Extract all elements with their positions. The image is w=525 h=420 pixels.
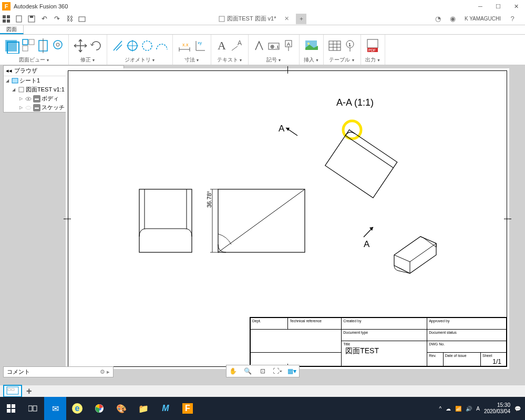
tab-close-button[interactable]: ✕ (281, 15, 292, 22)
svg-rect-13 (23, 46, 28, 51)
visibility-icon-off[interactable] (25, 104, 32, 111)
image-button[interactable] (304, 37, 318, 54)
window-maximize-button[interactable]: ☐ (489, 0, 507, 13)
data-panel-button[interactable] (0, 13, 13, 25)
window-minimize-button[interactable]: ─ (471, 0, 489, 13)
svg-point-17 (56, 43, 59, 46)
taskbar-app-explorer[interactable]: 📁 (132, 397, 155, 420)
svg-text:⊕: ⊕ (270, 44, 274, 49)
notifications-button[interactable]: ◉ (447, 13, 459, 25)
wifi-icon[interactable]: 📶 (455, 406, 461, 412)
tb-title-value: 図面TEST (343, 346, 379, 355)
save-button[interactable] (25, 13, 38, 25)
tray-expand-button[interactable]: ^ (439, 406, 442, 412)
leader-button[interactable]: A (230, 37, 244, 54)
browser-node-label: ボディ (42, 95, 59, 103)
centermark-button[interactable] (126, 37, 139, 54)
file-menu-button[interactable] (13, 13, 25, 25)
app-logo-icon: F (2, 2, 11, 11)
pan-button[interactable]: ✋ (228, 366, 239, 376)
taskbar-app-chrome[interactable] (88, 397, 110, 420)
svg-line-32 (232, 46, 238, 50)
svg-rect-73 (12, 404, 15, 408)
edge-ext-button[interactable] (141, 37, 153, 54)
section-arrow-icon (285, 126, 301, 138)
browser-node-label: シート1 (19, 77, 40, 85)
svg-rect-75 (12, 409, 15, 413)
zoom-button[interactable]: 🔍 (242, 366, 254, 376)
taskview-button[interactable] (22, 397, 44, 420)
folder-icon: ▬ (33, 95, 40, 103)
sheet-add-button[interactable]: + (26, 386, 32, 397)
cloud-icon[interactable]: ☁ (446, 406, 451, 412)
pdf-button[interactable]: PDF (366, 37, 379, 54)
balloon-button[interactable]: 1 (344, 37, 356, 54)
browser-node-label: スケッチ (42, 104, 65, 111)
browser-collapse-button[interactable]: ◂◂ (6, 67, 12, 74)
help-button[interactable]: ? (506, 13, 519, 25)
centerline-button[interactable] (111, 37, 124, 54)
move-button[interactable] (73, 37, 88, 54)
section-view-button[interactable] (37, 37, 49, 54)
detail-view-button[interactable] (52, 37, 64, 54)
user-name[interactable]: K YAMAGUCHI (461, 16, 504, 22)
fit-button[interactable]: ⛶▾ (272, 366, 283, 376)
surface-button[interactable] (253, 37, 265, 54)
base-view-button[interactable] (4, 37, 20, 54)
start-button[interactable] (0, 397, 22, 420)
section-mark-label: A (279, 124, 284, 134)
title-block: Dept. Technical reference Created by App… (250, 317, 507, 367)
tab-add-button[interactable]: ＋ (296, 14, 306, 24)
ribbon-group-label: テキスト (217, 56, 238, 64)
ime-indicator[interactable]: A (476, 406, 480, 412)
window-close-button[interactable]: ✕ (507, 0, 525, 13)
ribbon: 図面ビュー▼ 修正▼ ジオメトリ▼ x.x xy 寸法▼ A A テキスト▼ (0, 35, 525, 65)
comment-panel[interactable]: コメント ⚙ ▸ (3, 366, 114, 377)
table-button[interactable] (328, 37, 342, 54)
svg-text:xy: xy (198, 40, 202, 45)
taskbar-app-outlook[interactable]: ✉ (44, 397, 66, 420)
extensions-button[interactable]: ◔ (432, 13, 445, 25)
visibility-icon[interactable] (25, 95, 32, 103)
taskbar-app-ie[interactable]: e (66, 397, 88, 420)
tb-approved-label: Approved by (429, 319, 449, 323)
taskbar-app-fusion[interactable]: F (177, 397, 199, 420)
undo-button[interactable]: ↶ (38, 13, 50, 25)
ribbon-group-label: 寸法 (184, 56, 195, 64)
fcs-button[interactable]: ⊕.1 (267, 37, 280, 54)
display-button[interactable]: ▦▾ (286, 366, 298, 376)
svg-rect-52 (12, 78, 18, 83)
taskbar-app-sketch[interactable]: M (155, 397, 177, 420)
dimension-button[interactable]: x.x (177, 37, 192, 54)
projected-view-button[interactable] (22, 37, 35, 54)
comment-settings-button[interactable]: ⚙ ▸ (100, 368, 110, 375)
rotate-button[interactable] (90, 37, 102, 54)
link-button[interactable]: ⛓ (63, 13, 76, 25)
redo-button[interactable]: ↷ (50, 13, 63, 25)
volume-icon[interactable]: 🔊 (466, 406, 472, 412)
sheet-button[interactable] (76, 13, 88, 25)
sheet-tab-thumbnail[interactable] (3, 385, 22, 397)
notification-center-button[interactable]: 💬 (514, 406, 521, 412)
ribbon-group-label: 図面ビュー (19, 56, 45, 64)
workspace-tab-drawing[interactable]: 図面 (0, 25, 24, 34)
ordinate-button[interactable]: xy (194, 37, 207, 54)
svg-rect-7 (79, 17, 85, 22)
tb-docstatus-label: Document status (429, 331, 457, 334)
zoom-window-button[interactable]: ⊡ (257, 366, 269, 376)
sketch-button[interactable] (156, 37, 168, 54)
svg-rect-8 (219, 16, 224, 22)
drawing-canvas[interactable]: A-A (1:1) A A (66, 68, 509, 369)
browser-node-label: 図面TEST v1:1 (26, 86, 65, 94)
drawing-sheet: A-A (1:1) A A (68, 70, 507, 367)
taskbar-clock[interactable]: 15:30 2020/03/04 (484, 402, 510, 415)
taskbar-app-paint[interactable]: 🎨 (110, 397, 132, 420)
tb-dwgno-label: DWG No. (429, 342, 445, 346)
svg-point-40 (307, 43, 310, 45)
text-button[interactable]: A (215, 37, 228, 54)
svg-text:PDF: PDF (368, 48, 376, 52)
datum-button[interactable]: A (282, 37, 295, 54)
document-tab[interactable]: 図面TEST 図面 v1* ✕ ＋ (219, 14, 307, 24)
document-tab-label: 図面TEST 図面 v1* (227, 15, 276, 23)
document-icon (219, 16, 225, 22)
